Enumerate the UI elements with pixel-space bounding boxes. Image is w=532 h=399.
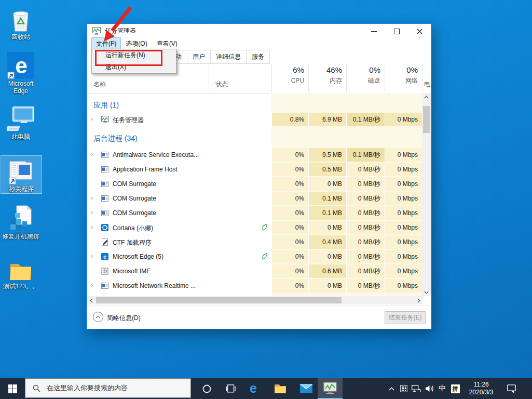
tray-ime-pinyin-button[interactable]: 拼: [449, 378, 461, 399]
column-disk[interactable]: 0% 磁盘: [346, 64, 380, 91]
process-row[interactable]: ›COM Surrogate0%0.1 MB0 MB/秒0 Mbps: [87, 206, 422, 220]
column-status[interactable]: 状态: [215, 80, 228, 89]
tray-volume-button[interactable]: [424, 378, 436, 399]
mail-button[interactable]: [298, 378, 315, 399]
desktop-icon-folder[interactable]: 测试123。。: [1, 252, 41, 291]
tab-services[interactable]: 服务: [247, 50, 269, 63]
desktop-icon-app-shortcut[interactable]: 秒关程序: [1, 155, 42, 194]
desktop-icon-recycle-bin[interactable]: 回收站: [1, 3, 41, 42]
process-group-row[interactable]: 后台进程 (34): [87, 132, 422, 145]
expand-chevron-icon[interactable]: ›: [91, 281, 93, 289]
maximize-button[interactable]: [385, 24, 408, 38]
details-toggle-label[interactable]: 简略信息(D): [107, 314, 141, 323]
scroll-left-icon[interactable]: [87, 296, 96, 304]
tab-strip: 启动 用户 详细信息 服务: [163, 50, 270, 64]
cpu-cell: 0%: [271, 148, 308, 162]
process-name: Microsoft IME: [113, 268, 151, 275]
horizontal-scrollbar[interactable]: [87, 296, 423, 304]
vertical-scroll-thumb[interactable]: [423, 106, 430, 133]
ime-mode-label: 中: [439, 384, 446, 393]
net-cell: 0 Mbps: [385, 192, 422, 205]
recycle-bin-icon: [1, 4, 41, 32]
scroll-right-icon[interactable]: [415, 296, 423, 304]
minimize-button[interactable]: [362, 24, 385, 38]
process-row[interactable]: ›Cortana (小娜)0%0 MB0 MB/秒0 Mbps: [87, 220, 422, 235]
process-row[interactable]: Application Frame Host0%0.5 MB0 MB/秒0 Mb…: [87, 162, 422, 177]
start-button[interactable]: [0, 378, 25, 399]
action-center-button[interactable]: [503, 378, 519, 399]
net-cell: 0 Mbps: [385, 279, 422, 292]
column-power-partial[interactable]: 电: [424, 80, 431, 89]
tab-details[interactable]: 详细信息: [211, 50, 247, 63]
annotation-highlight-box: [95, 50, 162, 66]
process-row[interactable]: ›eMicrosoft Edge (5)0%0 MB0 MB/秒0 Mbps: [87, 249, 422, 264]
menu-view[interactable]: 查看(V): [152, 37, 182, 50]
column-memory[interactable]: 46% 内存: [308, 64, 342, 91]
process-name: Cortana (小娜): [113, 224, 153, 233]
mem-cell: 0.6 MB: [308, 264, 346, 278]
group-label: 应用 (1): [93, 101, 119, 110]
action-center-icon: [507, 384, 516, 393]
tray-expand-button[interactable]: [386, 378, 397, 399]
desktop-icon-this-pc[interactable]: 此电脑: [1, 103, 41, 141]
process-row[interactable]: Microsoft IME0%0.6 MB0 MB/秒0 Mbps: [87, 264, 422, 278]
search-icon: [33, 384, 40, 392]
app-icon: [101, 195, 108, 202]
process-group-row[interactable]: 应用 (1): [87, 99, 422, 112]
this-pc-icon: [1, 104, 41, 132]
end-task-button[interactable]: 结束任务(E): [385, 311, 426, 324]
suspended-leaf-icon: [262, 224, 268, 231]
net-cell: 0 Mbps: [385, 163, 422, 176]
desktop-icon-label: Microsoft Edge: [1, 80, 41, 95]
expand-chevron-icon[interactable]: ›: [91, 115, 93, 123]
process-row[interactable]: ›任务管理器0.8%6.9 MB0.1 MB/秒0 Mbps: [87, 112, 422, 127]
mail-icon: [300, 384, 312, 393]
desktop-icon-label: 测试123。。: [1, 283, 41, 290]
mem-cell: 0.1 MB: [308, 192, 346, 205]
scroll-down-icon[interactable]: [422, 288, 431, 296]
file-explorer-button[interactable]: [272, 378, 289, 399]
mem-cell: 9.5 MB: [308, 148, 346, 162]
tray-grid-icon[interactable]: [399, 378, 409, 399]
svg-text:e: e: [15, 54, 27, 78]
process-name: COM Surrogate: [113, 195, 156, 202]
expand-chevron-icon[interactable]: ›: [91, 150, 93, 158]
expand-chevron-icon[interactable]: ›: [91, 208, 93, 216]
expand-chevron-icon[interactable]: ›: [91, 194, 93, 202]
scroll-up-icon[interactable]: [422, 93, 431, 101]
expand-chevron-icon[interactable]: ›: [91, 252, 93, 260]
task-manager-window: 任务管理器 文件(F) 选项(O) 查看(V) 启动 用户 详细信息 服务: [86, 23, 432, 329]
process-row[interactable]: ›COM Surrogate0%0.1 MB0 MB/秒0 Mbps: [87, 191, 422, 206]
search-input[interactable]: 在这里输入你要搜索的内容: [25, 378, 191, 398]
desktop-icon-registry-file[interactable]: 修复开机黑屏: [1, 203, 41, 241]
close-button[interactable]: [408, 24, 431, 38]
ime-icon: [101, 268, 108, 275]
column-name[interactable]: 名称: [93, 80, 106, 89]
annotation-arrow: [93, 3, 140, 49]
details-toggle[interactable]: [93, 312, 103, 322]
tab-users[interactable]: 用户: [187, 50, 211, 63]
process-row[interactable]: ›Microsoft Network Realtime ...0%0 MB0 M…: [87, 278, 422, 293]
tray-ime-mode-button[interactable]: 中: [437, 378, 447, 399]
desktop-icon-edge[interactable]: e Microsoft Edge: [1, 50, 41, 96]
task-view-button[interactable]: [222, 378, 239, 399]
taskbar-task-manager-button[interactable]: [318, 378, 343, 399]
group-label: 后台进程 (34): [93, 134, 138, 143]
disk-cell: 0 MB/秒: [346, 177, 385, 191]
desktop: 回收站 e Microsoft Edge 此电脑: [0, 0, 532, 399]
cortana-button[interactable]: [198, 378, 215, 399]
column-network[interactable]: 0% 网络: [385, 64, 418, 91]
mem-cell: 0.1 MB: [308, 206, 346, 220]
cpu-cell: 0%: [271, 221, 308, 234]
taskbar-edge-button[interactable]: e: [245, 378, 262, 399]
process-row[interactable]: COM Surrogate0%0 MB0 MB/秒0 Mbps: [87, 177, 422, 191]
horizontal-scroll-thumb[interactable]: [96, 297, 342, 303]
vertical-scrollbar[interactable]: [422, 93, 431, 296]
expand-chevron-icon[interactable]: ›: [91, 223, 93, 231]
process-row[interactable]: ›Antimalware Service Executa...0%9.5 MB0…: [87, 148, 422, 162]
svg-text:e: e: [103, 254, 106, 260]
tray-clock[interactable]: 11:26 2020/3/3: [465, 378, 497, 399]
process-row[interactable]: CTF 加载程序0%0.4 MB0 MB/秒0 Mbps: [87, 235, 422, 249]
column-cpu[interactable]: 6% CPU: [271, 64, 304, 91]
tray-network-button[interactable]: [410, 378, 422, 399]
